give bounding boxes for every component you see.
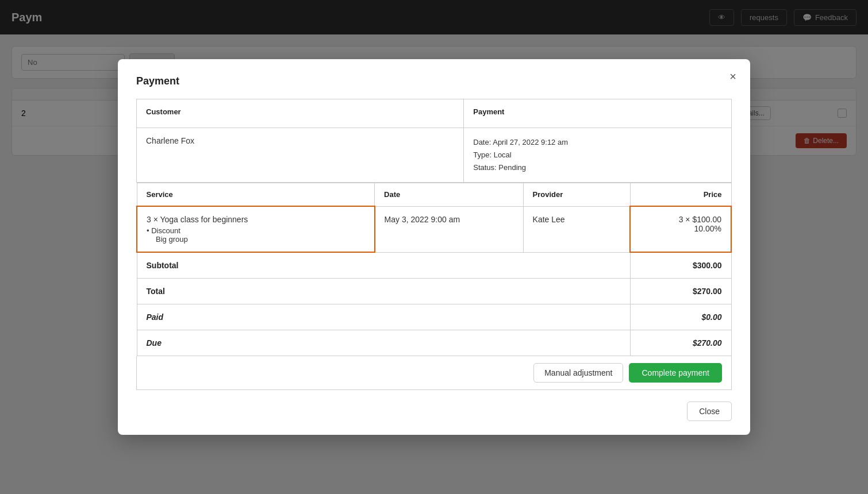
modal-overlay: Payment × Customer Payment Charlene Fox …: [0, 0, 868, 494]
customer-header-label: Customer: [146, 107, 454, 116]
payment-header-label: Payment: [473, 107, 722, 116]
manual-adjustment-button[interactable]: Manual adjustment: [533, 363, 623, 383]
customer-header-cell: Customer: [137, 99, 464, 128]
price-cell: 3 × $100.00 10.00%: [630, 206, 731, 252]
modal-title: Payment: [136, 75, 732, 87]
customer-name: Charlene Fox: [146, 136, 194, 145]
payment-modal: Payment × Customer Payment Charlene Fox …: [118, 59, 750, 435]
total-row: Total $270.00: [137, 279, 731, 304]
date-col-header: Date: [375, 183, 524, 207]
close-button[interactable]: Close: [687, 402, 732, 421]
paid-value: $0.00: [630, 304, 731, 330]
total-value: $270.00: [630, 279, 731, 304]
modal-close-button[interactable]: ×: [729, 71, 736, 82]
modal-footer: Close: [136, 402, 732, 421]
due-label-cell: Due: [137, 330, 630, 356]
service-table-header-row: Service Date Provider Price: [137, 183, 731, 207]
payment-header-cell: Payment: [464, 99, 732, 128]
payment-status: Status: Pending: [473, 161, 722, 174]
subtotal-value: $300.00: [630, 252, 731, 279]
service-table: Service Date Provider Price 3 × Yoga cla…: [136, 183, 732, 356]
complete-payment-button[interactable]: Complete payment: [629, 363, 722, 383]
subtotal-row: Subtotal $300.00: [137, 252, 731, 279]
total-label-cell: Total: [137, 279, 630, 304]
paid-label-cell: Paid: [137, 304, 630, 330]
subtotal-label-cell: Subtotal: [137, 252, 630, 279]
action-row: Manual adjustment Complete payment: [136, 356, 732, 390]
discount-sub: Big group: [147, 235, 365, 244]
price-line1: 3 × $100.00: [640, 215, 721, 224]
customer-payment-table: Customer Payment Charlene Fox Date: Apri…: [136, 99, 732, 183]
price-col-header: Price: [630, 183, 731, 207]
payment-type: Type: Local: [473, 149, 722, 161]
customer-value-cell: Charlene Fox: [137, 128, 464, 182]
payment-date: Date: April 27, 2022 9:12 am: [473, 136, 722, 149]
service-col-header: Service: [137, 183, 375, 207]
service-cell: 3 × Yoga class for beginners • Discount …: [137, 206, 375, 252]
provider-col-header: Provider: [523, 183, 630, 207]
service-name: 3 × Yoga class for beginners: [147, 215, 365, 224]
payment-value-cell: Date: April 27, 2022 9:12 am Type: Local…: [464, 128, 732, 182]
service-date-cell: May 3, 2022 9:00 am: [375, 206, 524, 252]
price-line2: 10.00%: [640, 224, 721, 233]
service-row: 3 × Yoga class for beginners • Discount …: [137, 206, 731, 252]
discount-item: • Discount: [147, 226, 365, 235]
due-row: Due $270.00: [137, 330, 731, 356]
due-value: $270.00: [630, 330, 731, 356]
provider-cell: Kate Lee: [523, 206, 630, 252]
paid-row: Paid $0.00: [137, 304, 731, 330]
